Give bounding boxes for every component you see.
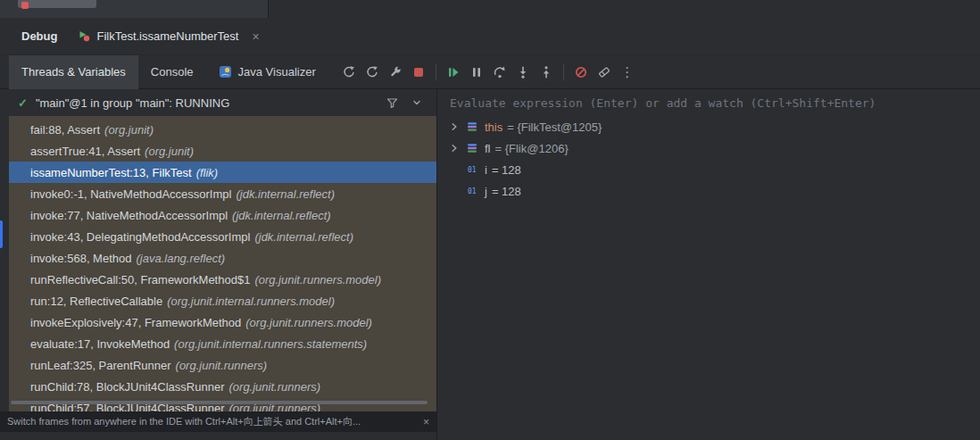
frame-location: evaluate:17, InvokeMethod [30,337,170,351]
frame-row-selected[interactable]: issameNumberTest:13, FilkTest(flik) [9,162,436,183]
debug-toolbar: Threads & Variables Console Java Visuali… [0,55,980,89]
stop-button[interactable] [407,61,430,84]
frame-row[interactable]: assertTrue:41, Assert(org.junit) [9,140,436,162]
debug-header-row: Debug FilkTest.issameNumberTest × [0,18,980,55]
step-over-button[interactable] [488,61,511,84]
frame-row[interactable]: fail:88, Assert(org.junit) [9,119,436,140]
frames-panel: ✓ "main"@1 in group "main": RUNNING fail… [0,89,436,440]
variable-row[interactable]: 01 i = 128 [437,159,980,180]
variable-icon [464,120,480,133]
evaluate-expression-input[interactable]: Evaluate expression (Enter) or add a wat… [437,89,980,116]
toolwindow-accent-bar [0,220,3,248]
debug-test-icon [79,30,90,42]
frame-row[interactable]: runChild:78, BlockJUnit4ClassRunner(org.… [9,376,436,397]
frame-package: (org.junit.runners) [229,380,321,394]
frame-package: (jdk.internal.reflect) [254,230,353,244]
variable-name: i [485,163,487,177]
step-into-button[interactable] [511,61,535,84]
hint-banner-close-icon[interactable]: × [423,416,429,428]
frame-row[interactable]: invokeExplosively:47, FrameworkMethod(or… [9,311,436,333]
filter-funnel-icon[interactable] [386,96,399,110]
frame-row[interactable]: run:12, ReflectiveCallable(org.junit.int… [9,290,436,311]
frames-hscrollbar-thumb[interactable] [11,401,428,404]
primitive-icon: 01 [464,185,480,197]
frame-row[interactable]: evaluate:17, InvokeMethod(org.junit.inte… [9,333,436,354]
variables-panel: Evaluate expression (Enter) or add a wat… [437,89,980,440]
frame-package: (org.junit) [145,145,194,158]
frame-location: fail:88, Assert [30,123,100,137]
thread-check-icon: ✓ [18,96,28,110]
frame-location: run:12, ReflectiveCallable [30,295,162,308]
editor-divider [268,0,269,18]
editor-scrollbar-thumb[interactable] [18,0,96,8]
frame-location: issameNumberTest:13, FilkTest [30,166,192,179]
frame-location: runReflectiveCall:50, FrameworkMethod$1 [30,273,250,286]
wrench-button[interactable] [384,61,407,84]
stop-icon [411,65,426,79]
toolwindow-title: Debug [21,29,57,43]
frame-location: invoke:568, Method [30,252,131,265]
java-visualizer-icon [219,65,232,79]
tab-threads-variables[interactable]: Threads & Variables [9,55,138,89]
variable-value: = {FilkTest@1205} [507,120,602,134]
pause-button[interactable] [465,61,488,84]
step-out-button[interactable] [535,61,558,84]
frame-package: (java.lang.reflect) [136,252,225,265]
variable-name: fl [485,142,491,155]
primitive-icon: 01 [464,163,480,176]
close-tab-icon[interactable]: × [252,29,259,44]
variable-value: = {Flik@1206} [495,142,569,155]
session-tab-label: FilkTest.issameNumberTest [96,29,238,43]
frame-row[interactable]: runReflectiveCall:50, FrameworkMethod$1(… [9,269,436,290]
tab-label: Console [151,65,194,79]
more-options-button[interactable]: ⋮ [616,61,639,84]
tab-label: Java Visualizer [238,65,316,79]
step-over-icon [493,65,507,79]
hint-banner-text: Switch frames from anywhere in the IDE w… [7,415,418,428]
frames-header-actions [386,96,422,110]
variable-row[interactable]: this = {FilkTest@1205} [437,116,980,137]
toolbar-separator [436,64,436,80]
resume-button[interactable] [442,61,465,84]
frame-row[interactable]: invoke:43, DelegatingMethodAccessorImpl(… [9,226,436,247]
frame-row[interactable]: invoke:568, Method(java.lang.reflect) [9,247,436,269]
eraser-button[interactable] [593,61,616,84]
wrench-icon [388,65,403,79]
session-tab[interactable]: FilkTest.issameNumberTest × [70,18,268,55]
frame-location: invoke:43, DelegatingMethodAccessorImpl [30,230,250,244]
variable-name: j [485,185,487,198]
mute-breakpoints-button[interactable] [569,61,593,84]
variable-name: this [485,120,502,134]
frame-location: runLeaf:325, ParentRunner [30,359,171,372]
expand-chevron-icon[interactable] [446,144,462,153]
rerun-icon [342,65,356,79]
variable-icon [464,142,480,154]
restart-debug-icon [365,65,379,79]
frame-package: (org.junit.runners.model) [245,316,372,329]
frame-row[interactable]: runChild:57, BlockJUnit4ClassRunner(org.… [9,397,436,411]
frame-package: (org.junit.runners) [176,359,268,372]
pause-icon [469,65,484,79]
frame-row[interactable]: invoke0:-1, NativeMethodAccessorImpl(jdk… [9,183,436,204]
frame-package: (flik) [196,166,219,179]
tab-console[interactable]: Console [138,55,206,89]
tab-label: Threads & Variables [21,65,126,79]
chevron-down-icon[interactable] [411,97,422,108]
variable-row[interactable]: fl = {Flik@1206} [437,137,980,159]
expand-chevron-icon[interactable] [446,122,462,131]
hint-banner: Switch frames from anywhere in the IDE w… [0,411,436,432]
toolbar-actions: ⋮ [337,61,639,84]
variable-value: = 128 [492,163,521,177]
frame-package: (org.junit.runners.model) [254,273,381,286]
restart-debug-button[interactable] [361,61,384,84]
rerun-button[interactable] [337,61,361,84]
tab-java-visualizer[interactable]: Java Visualizer [206,55,328,89]
variable-row[interactable]: 01 j = 128 [437,180,980,202]
breakpoint-icon [21,2,29,9]
mute-breakpoints-icon [574,65,588,79]
resume-icon [446,65,461,79]
frame-row[interactable]: runLeaf:325, ParentRunner(org.junit.runn… [9,354,436,376]
frame-package: (jdk.internal.reflect) [236,187,335,201]
frame-row[interactable]: invoke:77, NativeMethodAccessorImpl(jdk.… [9,204,436,226]
variable-value: = 128 [492,185,521,198]
